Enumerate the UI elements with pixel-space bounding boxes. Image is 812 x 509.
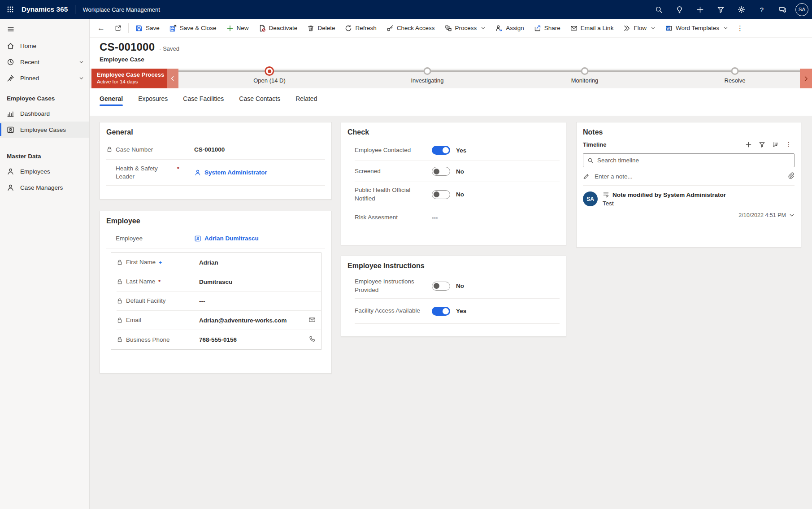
app-name[interactable]: Workplace Care Management (83, 6, 160, 13)
home-icon (7, 42, 14, 50)
search-timeline-input[interactable] (597, 157, 790, 164)
feedback-button[interactable] (772, 0, 793, 19)
field-business-phone: Business Phone 768-555-0156 (117, 330, 321, 349)
refresh-button[interactable]: Refresh (340, 21, 381, 36)
chevron-right-icon (803, 76, 809, 82)
process-button[interactable]: Process (440, 21, 491, 36)
new-button[interactable]: New (221, 21, 254, 36)
assign-button[interactable]: Assign (491, 21, 529, 36)
save-button[interactable]: Save (130, 21, 165, 36)
hamburger-icon (7, 26, 14, 33)
chevron-down-icon (79, 60, 84, 65)
timeline-more-button[interactable]: ⋮ (783, 139, 795, 150)
save-and-close-button[interactable]: Save & Close (165, 21, 221, 36)
phone-icon (308, 335, 316, 343)
tab-exposures[interactable]: Exposures (138, 95, 168, 107)
settings-gear-icon (738, 6, 745, 13)
note-entry[interactable]: Enter a note... (583, 167, 795, 186)
open-in-new-window-button[interactable] (110, 21, 126, 36)
note-timestamp: 2/10/2022 4:51 PM (738, 212, 786, 218)
note-author-avatar: SA (583, 191, 598, 206)
general-section: General Case Number CS-001000 Health & S… (100, 122, 332, 200)
stage-resolve[interactable]: Resolve (725, 67, 746, 84)
chevron-left-icon[interactable] (167, 69, 178, 88)
word-templates-button[interactable]: W Word Templates (660, 21, 733, 36)
dashboard-chart-icon (7, 110, 14, 117)
stage-monitoring[interactable]: Monitoring (571, 67, 599, 84)
hs-leader-lookup[interactable]: System Administrator (194, 169, 267, 176)
share-button[interactable]: Share (529, 21, 565, 36)
chevron-down-icon (481, 26, 486, 30)
email-link-button[interactable]: Email a Link (565, 21, 619, 36)
command-bar: ← Save Save & Close New (90, 19, 812, 38)
person-icon (7, 184, 14, 191)
trash-icon (307, 25, 314, 32)
screened-toggle[interactable] (432, 167, 450, 176)
active-stage-flyout-button[interactable]: Employee Case Process Active for 14 days (91, 69, 178, 88)
arrow-left-icon: ← (97, 24, 105, 32)
deactivate-button[interactable]: Deactivate (254, 21, 303, 36)
tab-general[interactable]: General (100, 95, 123, 107)
tab-case-facilities[interactable]: Case Facilities (183, 95, 224, 107)
settings-button[interactable] (731, 0, 751, 19)
account-avatar[interactable]: SA (795, 3, 808, 16)
insights-button[interactable] (669, 0, 690, 19)
app-launcher-button[interactable] (0, 0, 21, 19)
sidebar-item-employees[interactable]: Employees (0, 163, 89, 179)
plus-icon (696, 6, 704, 13)
instructions-provided-toggle[interactable] (432, 282, 450, 291)
call-phone-button[interactable] (308, 335, 316, 344)
overflow-menu-button[interactable]: ⋮ (733, 21, 747, 36)
timeline-sort-button[interactable] (769, 139, 781, 150)
sidebar-item-employee-cases[interactable]: Employee Cases (0, 122, 89, 138)
note-expand-button[interactable] (789, 213, 795, 218)
delete-button[interactable]: Delete (302, 21, 340, 36)
timeline-note-item[interactable]: SA Note modified by System Administrator… (577, 186, 801, 218)
stage-open[interactable]: Open (14 D) (253, 66, 286, 84)
timeline-filter-button[interactable] (756, 139, 768, 150)
check-access-button[interactable]: Check Access (382, 21, 440, 36)
flow-button[interactable]: Flow (618, 21, 660, 36)
record-header: CS-001000 - Saved Employee Case (90, 38, 812, 63)
tab-related[interactable]: Related (295, 95, 317, 107)
section-title: Employee Instructions (341, 256, 566, 274)
send-email-button[interactable] (308, 316, 316, 325)
sidebar-item-dashboard[interactable]: Dashboard (0, 105, 89, 122)
back-button[interactable]: ← (92, 21, 110, 36)
process-scroll-right-button[interactable] (800, 69, 812, 88)
quick-create-button[interactable] (690, 0, 710, 19)
timeline-add-button[interactable] (743, 139, 754, 150)
timeline-header: Timeline ⋮ (577, 138, 801, 153)
top-navigation-bar: Dynamics 365 Workplace Care Management ? (0, 0, 812, 19)
field-facility-access: Facility Access Available Yes (355, 299, 560, 324)
search-button[interactable] (648, 0, 669, 19)
filter-button[interactable] (710, 0, 731, 19)
employee-contacted-toggle[interactable] (432, 146, 450, 155)
pho-notified-toggle[interactable] (432, 190, 450, 199)
envelope-icon (570, 25, 578, 32)
sidebar-item-recent[interactable]: Recent (0, 54, 89, 70)
brand-title[interactable]: Dynamics 365 (22, 5, 68, 13)
sitemap-toggle-button[interactable] (0, 21, 22, 38)
field-pho-notified: Public Health Official Notified No (355, 182, 560, 207)
help-button[interactable]: ? (751, 0, 772, 19)
case-number-value[interactable]: CS-001000 (194, 146, 225, 153)
note-icon (603, 191, 609, 198)
process-name: Employee Case Process (97, 71, 167, 78)
form-content: General Case Number CS-001000 Health & S… (90, 116, 812, 509)
risk-assesment-value[interactable]: --- (432, 214, 438, 221)
contact-card-icon (194, 235, 201, 242)
sidebar-item-pinned[interactable]: Pinned (0, 70, 89, 86)
process-icon (445, 25, 452, 32)
clock-icon (7, 58, 14, 66)
filter-icon (717, 6, 725, 13)
sidebar-item-home[interactable]: Home (0, 38, 89, 54)
tab-case-contacts[interactable]: Case Contacts (239, 95, 280, 107)
employee-lookup[interactable]: Adrian Dumitrascu (194, 235, 259, 242)
sidebar-item-case-managers[interactable]: Case Managers (0, 179, 89, 196)
notes-section: Notes Timeline ⋮ (576, 122, 801, 248)
attach-file-button[interactable] (788, 172, 795, 180)
stage-investigating[interactable]: Investigating (411, 67, 444, 84)
waffle-icon (7, 6, 14, 13)
facility-access-toggle[interactable] (432, 307, 450, 316)
